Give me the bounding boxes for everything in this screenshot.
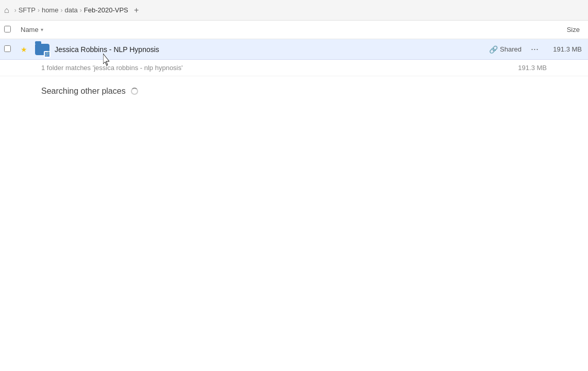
select-all-checkbox-area[interactable] (4, 26, 16, 34)
match-count-row: 1 folder matches 'jessica robbins - nlp … (0, 60, 588, 76)
file-size: 191.3 MB (548, 45, 584, 53)
match-count-text: 1 folder matches 'jessica robbins - nlp … (41, 64, 518, 72)
shared-label: Shared (500, 45, 522, 53)
breadcrumb-home[interactable]: ⌂ (4, 6, 12, 15)
link-badge-icon: 🔗 (45, 52, 50, 56)
separator-1: › (38, 7, 40, 14)
breadcrumb-sftp[interactable]: SFTP (19, 6, 36, 14)
searching-spinner (131, 88, 138, 95)
file-name: Jessica Robbins - NLP Hypnosis (55, 45, 489, 54)
more-options-icon: ··· (531, 44, 539, 54)
searching-other-places-section: Searching other places (0, 76, 588, 102)
column-header-row: Name ▾ Size (0, 21, 588, 39)
size-column-header: Size (567, 26, 584, 33)
add-tab-button[interactable]: + (130, 4, 143, 16)
match-count-size: 191.3 MB (518, 64, 547, 72)
separator-2: › (60, 7, 62, 14)
shared-link-icon: 🔗 (489, 45, 498, 54)
select-all-checkbox[interactable] (4, 26, 11, 32)
breadcrumb-bar: ⌂ › SFTP › home › data › Feb-2020-VPS + (0, 0, 588, 21)
breadcrumb-data[interactable]: data (64, 6, 77, 14)
name-sort-chevron: ▾ (41, 27, 43, 32)
breadcrumb-current: Feb-2020-VPS (84, 6, 128, 14)
name-column-header[interactable]: Name ▾ (21, 26, 43, 33)
more-options-button[interactable]: ··· (528, 43, 542, 56)
name-column-label: Name (21, 26, 39, 33)
row-checkbox[interactable] (4, 45, 11, 52)
breadcrumb-home-dir[interactable]: home (42, 6, 59, 14)
home-icon: ⌂ (4, 6, 9, 15)
row-checkbox-area[interactable] (4, 45, 16, 54)
folder-share-badge: 🔗 (44, 51, 51, 58)
separator-0: › (14, 7, 16, 14)
separator-3: › (80, 7, 82, 14)
searching-label: Searching other places (41, 87, 126, 96)
shared-badge: 🔗 Shared (489, 45, 522, 54)
file-row-jessica-robbins[interactable]: ★ 🔗 Jessica Robbins - NLP Hypnosis 🔗 Sha… (0, 39, 588, 60)
star-icon[interactable]: ★ (21, 45, 31, 54)
breadcrumb: ⌂ › SFTP › home › data › Feb-2020-VPS + (4, 4, 143, 16)
folder-icon-wrap: 🔗 (34, 41, 51, 58)
